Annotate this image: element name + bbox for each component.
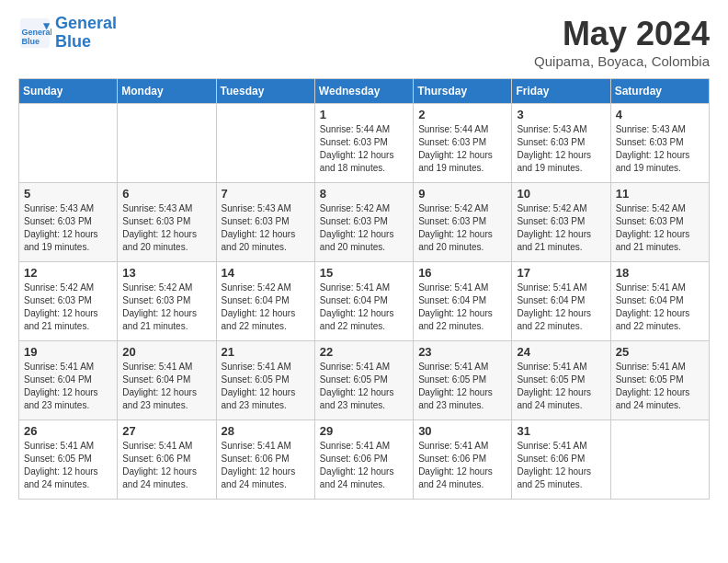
calendar-cell: 18Sunrise: 5:41 AMSunset: 6:04 PMDayligh… (610, 262, 709, 341)
day-number: 16 (418, 266, 506, 280)
calendar-week-row: 12Sunrise: 5:42 AMSunset: 6:03 PMDayligh… (19, 262, 710, 341)
day-number: 17 (517, 266, 605, 280)
calendar-week-row: 5Sunrise: 5:43 AMSunset: 6:03 PMDaylight… (19, 183, 710, 262)
calendar-cell (610, 420, 709, 500)
calendar-week-row: 19Sunrise: 5:41 AMSunset: 6:04 PMDayligh… (19, 341, 710, 420)
day-number: 24 (517, 345, 605, 359)
day-number: 14 (222, 266, 310, 280)
header-day: Monday (118, 79, 216, 104)
day-number: 25 (616, 345, 704, 359)
day-info: Sunrise: 5:43 AMSunset: 6:03 PMDaylight:… (24, 202, 112, 254)
day-number: 30 (418, 424, 506, 438)
logo: General Blue GeneralBlue (18, 15, 117, 52)
day-number: 29 (320, 424, 408, 438)
calendar-cell: 24Sunrise: 5:41 AMSunset: 6:05 PMDayligh… (512, 341, 610, 420)
day-number: 20 (122, 345, 210, 359)
day-info: Sunrise: 5:42 AMSunset: 6:03 PMDaylight:… (517, 202, 605, 254)
calendar-table: SundayMondayTuesdayWednesdayThursdayFrid… (18, 78, 710, 500)
calendar-cell: 7Sunrise: 5:43 AMSunset: 6:03 PMDaylight… (216, 183, 314, 262)
svg-text:Blue: Blue (22, 36, 40, 45)
day-number: 5 (24, 187, 112, 201)
day-info: Sunrise: 5:44 AMSunset: 6:03 PMDaylight:… (418, 123, 506, 175)
day-info: Sunrise: 5:41 AMSunset: 6:05 PMDaylight:… (616, 361, 704, 412)
calendar-cell (216, 104, 314, 183)
day-info: Sunrise: 5:41 AMSunset: 6:05 PMDaylight:… (24, 440, 112, 491)
calendar-cell: 14Sunrise: 5:42 AMSunset: 6:04 PMDayligh… (216, 262, 314, 341)
day-info: Sunrise: 5:41 AMSunset: 6:05 PMDaylight:… (418, 361, 506, 412)
day-number: 8 (320, 187, 408, 201)
day-number: 1 (320, 108, 408, 121)
calendar-cell (19, 104, 118, 183)
calendar-cell: 2Sunrise: 5:44 AMSunset: 6:03 PMDaylight… (414, 104, 512, 183)
calendar-cell: 19Sunrise: 5:41 AMSunset: 6:04 PMDayligh… (19, 341, 118, 420)
calendar-cell: 22Sunrise: 5:41 AMSunset: 6:05 PMDayligh… (314, 341, 413, 420)
header-day: Thursday (414, 79, 512, 104)
day-number: 22 (320, 345, 408, 359)
day-info: Sunrise: 5:42 AMSunset: 6:04 PMDaylight:… (222, 282, 310, 333)
header-day: Tuesday (216, 79, 314, 104)
day-number: 31 (517, 424, 605, 438)
calendar-cell: 23Sunrise: 5:41 AMSunset: 6:05 PMDayligh… (414, 341, 512, 420)
header-day: Saturday (610, 79, 709, 104)
day-info: Sunrise: 5:41 AMSunset: 6:04 PMDaylight:… (24, 361, 112, 412)
header-day: Wednesday (314, 79, 413, 104)
day-number: 3 (517, 108, 605, 121)
calendar-cell: 15Sunrise: 5:41 AMSunset: 6:04 PMDayligh… (314, 262, 413, 341)
day-info: Sunrise: 5:42 AMSunset: 6:03 PMDaylight:… (616, 202, 704, 254)
day-number: 7 (222, 187, 310, 201)
day-info: Sunrise: 5:41 AMSunset: 6:06 PMDaylight:… (517, 440, 605, 491)
day-info: Sunrise: 5:43 AMSunset: 6:03 PMDaylight:… (122, 202, 210, 254)
header-area: General Blue GeneralBlue May 2024 Quipam… (18, 15, 710, 69)
calendar-cell: 13Sunrise: 5:42 AMSunset: 6:03 PMDayligh… (118, 262, 216, 341)
calendar-cell: 17Sunrise: 5:41 AMSunset: 6:04 PMDayligh… (512, 262, 610, 341)
day-number: 15 (320, 266, 408, 280)
header-row: SundayMondayTuesdayWednesdayThursdayFrid… (19, 79, 710, 104)
day-number: 6 (122, 187, 210, 201)
calendar-cell: 12Sunrise: 5:42 AMSunset: 6:03 PMDayligh… (19, 262, 118, 341)
day-info: Sunrise: 5:42 AMSunset: 6:03 PMDaylight:… (24, 282, 112, 333)
day-number: 2 (418, 108, 506, 121)
day-info: Sunrise: 5:41 AMSunset: 6:06 PMDaylight:… (418, 440, 506, 491)
day-info: Sunrise: 5:43 AMSunset: 6:03 PMDaylight:… (616, 123, 704, 175)
day-info: Sunrise: 5:41 AMSunset: 6:06 PMDaylight:… (320, 440, 408, 491)
calendar-cell: 26Sunrise: 5:41 AMSunset: 6:05 PMDayligh… (19, 420, 118, 500)
day-info: Sunrise: 5:42 AMSunset: 6:03 PMDaylight:… (418, 202, 506, 254)
day-number: 12 (24, 266, 112, 280)
day-info: Sunrise: 5:43 AMSunset: 6:03 PMDaylight:… (222, 202, 310, 254)
day-number: 11 (616, 187, 704, 201)
calendar-cell: 30Sunrise: 5:41 AMSunset: 6:06 PMDayligh… (414, 420, 512, 500)
day-info: Sunrise: 5:41 AMSunset: 6:06 PMDaylight:… (122, 440, 210, 491)
day-info: Sunrise: 5:41 AMSunset: 6:04 PMDaylight:… (517, 282, 605, 333)
location-title: Quipama, Boyaca, Colombia (534, 53, 710, 69)
day-info: Sunrise: 5:41 AMSunset: 6:04 PMDaylight:… (122, 361, 210, 412)
day-number: 26 (24, 424, 112, 438)
header-day: Sunday (19, 79, 118, 104)
day-info: Sunrise: 5:41 AMSunset: 6:05 PMDaylight:… (320, 361, 408, 412)
title-block: May 2024 Quipama, Boyaca, Colombia (534, 15, 710, 69)
calendar-cell: 27Sunrise: 5:41 AMSunset: 6:06 PMDayligh… (118, 420, 216, 500)
calendar-cell: 21Sunrise: 5:41 AMSunset: 6:05 PMDayligh… (216, 341, 314, 420)
day-number: 13 (122, 266, 210, 280)
day-number: 19 (24, 345, 112, 359)
calendar-cell: 16Sunrise: 5:41 AMSunset: 6:04 PMDayligh… (414, 262, 512, 341)
calendar-cell (118, 104, 216, 183)
day-number: 10 (517, 187, 605, 201)
calendar-cell: 20Sunrise: 5:41 AMSunset: 6:04 PMDayligh… (118, 341, 216, 420)
calendar-cell: 9Sunrise: 5:42 AMSunset: 6:03 PMDaylight… (414, 183, 512, 262)
day-info: Sunrise: 5:41 AMSunset: 6:04 PMDaylight:… (320, 282, 408, 333)
day-info: Sunrise: 5:43 AMSunset: 6:03 PMDaylight:… (517, 123, 605, 175)
calendar-cell: 10Sunrise: 5:42 AMSunset: 6:03 PMDayligh… (512, 183, 610, 262)
day-number: 21 (222, 345, 310, 359)
day-info: Sunrise: 5:42 AMSunset: 6:03 PMDaylight:… (122, 282, 210, 333)
day-info: Sunrise: 5:41 AMSunset: 6:06 PMDaylight:… (222, 440, 310, 491)
calendar-cell: 8Sunrise: 5:42 AMSunset: 6:03 PMDaylight… (314, 183, 413, 262)
day-number: 28 (222, 424, 310, 438)
calendar-cell: 11Sunrise: 5:42 AMSunset: 6:03 PMDayligh… (610, 183, 709, 262)
calendar-cell: 3Sunrise: 5:43 AMSunset: 6:03 PMDaylight… (512, 104, 610, 183)
day-number: 18 (616, 266, 704, 280)
day-info: Sunrise: 5:41 AMSunset: 6:04 PMDaylight:… (418, 282, 506, 333)
calendar-cell: 1Sunrise: 5:44 AMSunset: 6:03 PMDaylight… (314, 104, 413, 183)
day-info: Sunrise: 5:41 AMSunset: 6:04 PMDaylight:… (616, 282, 704, 333)
calendar-page: General Blue GeneralBlue May 2024 Quipam… (0, 0, 728, 514)
day-info: Sunrise: 5:41 AMSunset: 6:05 PMDaylight:… (222, 361, 310, 412)
